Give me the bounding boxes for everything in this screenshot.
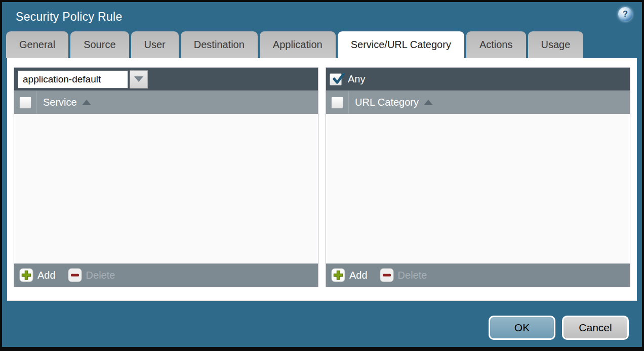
service-delete-button[interactable]: Delete bbox=[68, 268, 115, 282]
any-checkbox-label[interactable]: Any bbox=[348, 73, 365, 85]
url-category-panel: Any URL Category Add bbox=[326, 67, 630, 287]
service-list bbox=[14, 114, 318, 264]
dialog-titlebar: Security Policy Rule ? bbox=[2, 2, 642, 31]
service-select-all-cell bbox=[14, 91, 37, 114]
help-icon[interactable]: ? bbox=[618, 7, 632, 21]
tab-application[interactable]: Application bbox=[260, 31, 336, 58]
service-type-dropdown-button[interactable] bbox=[130, 70, 148, 89]
service-add-button[interactable]: Add bbox=[19, 268, 56, 282]
ok-button[interactable]: OK bbox=[489, 316, 555, 340]
service-type-dropdown-value[interactable]: application-default bbox=[18, 70, 128, 89]
service-toolbar: Add Delete bbox=[14, 264, 318, 287]
cancel-button[interactable]: Cancel bbox=[562, 316, 629, 340]
delete-button-label: Delete bbox=[398, 270, 427, 281]
any-checkbox[interactable] bbox=[330, 73, 342, 85]
service-column-header-row: Service bbox=[14, 91, 318, 114]
screen: Security Policy Rule ? General Source Us… bbox=[0, 0, 644, 351]
delete-minus-icon bbox=[68, 268, 82, 282]
url-category-list bbox=[326, 114, 630, 264]
security-policy-rule-dialog: Security Policy Rule ? General Source Us… bbox=[2, 2, 642, 347]
delete-minus-icon bbox=[380, 268, 394, 282]
tab-strip: General Source User Destination Applicat… bbox=[6, 31, 642, 58]
chevron-down-icon bbox=[134, 76, 143, 82]
service-panel: application-default Service bbox=[14, 67, 318, 287]
tab-destination[interactable]: Destination bbox=[181, 31, 258, 58]
dialog-title: Security Policy Rule bbox=[16, 10, 123, 24]
sort-ascending-icon[interactable] bbox=[424, 100, 433, 105]
add-button-label: Add bbox=[37, 270, 56, 281]
url-category-delete-button[interactable]: Delete bbox=[380, 268, 427, 282]
url-category-toolbar: Add Delete bbox=[326, 264, 630, 287]
url-category-column-header[interactable]: URL Category bbox=[355, 97, 419, 108]
service-select-all-checkbox[interactable] bbox=[19, 97, 31, 109]
add-plus-icon bbox=[19, 268, 33, 282]
tab-usage[interactable]: Usage bbox=[528, 31, 584, 58]
sort-ascending-icon[interactable] bbox=[82, 100, 91, 105]
dialog-button-row: OK Cancel bbox=[489, 316, 629, 340]
content-panel: application-default Service bbox=[7, 58, 637, 301]
tab-actions[interactable]: Actions bbox=[466, 31, 526, 58]
service-panel-header: application-default bbox=[14, 68, 318, 91]
tab-service-url-category[interactable]: Service/URL Category bbox=[338, 31, 464, 58]
url-category-add-button[interactable]: Add bbox=[331, 268, 368, 282]
tab-user[interactable]: User bbox=[131, 31, 179, 58]
add-plus-icon bbox=[331, 268, 345, 282]
tab-general[interactable]: General bbox=[6, 31, 68, 58]
url-category-column-header-row: URL Category bbox=[326, 91, 630, 114]
tab-source[interactable]: Source bbox=[70, 31, 129, 58]
url-category-select-all-cell bbox=[326, 91, 349, 114]
service-column-header[interactable]: Service bbox=[43, 97, 77, 108]
url-category-select-all-checkbox[interactable] bbox=[331, 97, 343, 109]
service-type-dropdown[interactable]: application-default bbox=[18, 70, 148, 89]
delete-button-label: Delete bbox=[86, 270, 115, 281]
checkmark-icon bbox=[331, 71, 346, 86]
url-category-panel-header: Any bbox=[326, 68, 630, 91]
add-button-label: Add bbox=[349, 270, 368, 281]
